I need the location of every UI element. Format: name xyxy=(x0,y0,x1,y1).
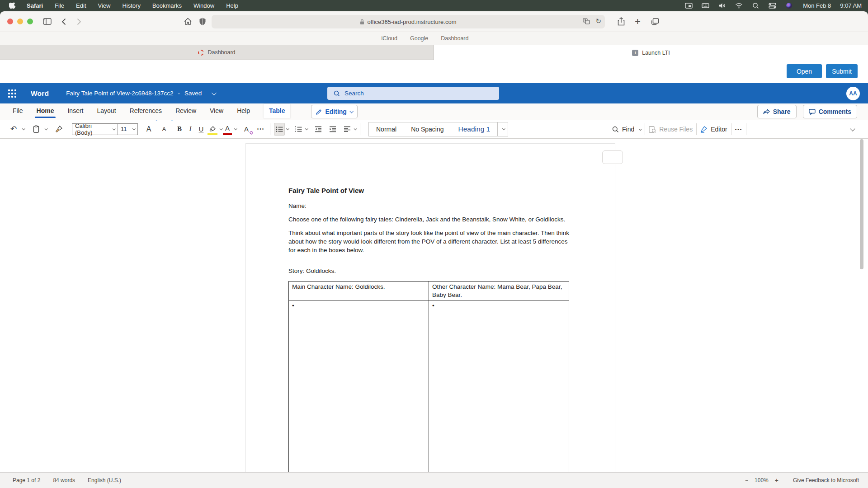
open-button[interactable]: Open xyxy=(787,64,822,78)
ribbon-tab-table[interactable]: Table xyxy=(264,104,291,118)
comments-button[interactable]: Comments xyxy=(803,105,857,118)
favorite-dashboard[interactable]: Dashboard xyxy=(441,35,468,42)
clear-formatting-button[interactable]: A xyxy=(241,123,252,136)
zoom-level[interactable]: 100% xyxy=(755,477,769,483)
page-count[interactable]: Page 1 of 2 xyxy=(13,477,40,483)
ribbon-tab-insert[interactable]: Insert xyxy=(67,106,83,117)
style-normal[interactable]: Normal xyxy=(369,126,404,133)
siri-icon[interactable] xyxy=(785,2,793,9)
back-button[interactable] xyxy=(61,18,66,25)
paste-dropdown-icon[interactable] xyxy=(45,127,48,130)
numbering-dropdown-icon[interactable] xyxy=(305,127,308,130)
word-count[interactable]: 84 words xyxy=(53,477,75,483)
menubar-clock[interactable]: 9:07 AM xyxy=(840,2,862,9)
bold-button[interactable]: B xyxy=(174,123,185,136)
ribbon-tab-references[interactable]: References xyxy=(130,106,162,117)
editor-button[interactable]: Editor xyxy=(700,126,727,133)
address-bar[interactable]: office365-iad-prod.instructure.com ↻ xyxy=(212,15,605,28)
new-tab-icon[interactable]: + xyxy=(635,16,641,28)
translate-icon[interactable] xyxy=(583,18,590,24)
ribbon-tab-help[interactable]: Help xyxy=(237,106,250,117)
ribbon-tab-home[interactable]: Home xyxy=(37,106,54,117)
alignment-button[interactable] xyxy=(342,123,353,136)
screen-mirroring-icon[interactable] xyxy=(685,2,693,9)
ribbon-tab-view[interactable]: View xyxy=(210,106,223,117)
paste-button[interactable] xyxy=(31,123,42,136)
share-icon[interactable] xyxy=(618,17,625,26)
app-launcher-icon[interactable] xyxy=(8,89,16,98)
menu-window[interactable]: Window xyxy=(193,2,214,9)
undo-dropdown-icon[interactable] xyxy=(22,127,25,130)
forward-button[interactable] xyxy=(77,18,81,25)
document-title-bar[interactable]: Fairy Tale Point of View-2c6948-137cc2 -… xyxy=(66,90,215,97)
close-window-button[interactable] xyxy=(7,19,13,24)
favorite-icloud[interactable]: iCloud xyxy=(382,35,397,42)
feedback-link[interactable]: Give Feedback to Microsoft xyxy=(793,477,859,483)
font-size-select[interactable]: 11 xyxy=(118,123,138,135)
menu-help[interactable]: Help xyxy=(226,2,238,9)
find-button[interactable]: Find xyxy=(612,126,641,133)
bullets-button[interactable] xyxy=(274,123,285,136)
submit-button[interactable]: Submit xyxy=(826,64,858,78)
table-cell-main-character[interactable]: • xyxy=(289,300,429,473)
style-no-spacing[interactable]: No Spacing xyxy=(404,126,451,133)
control-center-icon[interactable] xyxy=(769,2,776,9)
document-page[interactable]: Fairy Tale Point of View Name: _________… xyxy=(245,143,615,472)
vertical-scrollbar[interactable] xyxy=(860,139,863,269)
more-commands-button[interactable]: ••• xyxy=(735,127,743,132)
apple-logo-icon[interactable] xyxy=(9,2,16,9)
more-font-options-button[interactable]: ••• xyxy=(255,123,266,136)
decrease-indent-button[interactable] xyxy=(313,123,324,136)
table-header-other-character[interactable]: Other Character Name: Mama Bear, Papa Be… xyxy=(429,282,569,300)
table-header-main-character[interactable]: Main Character Name: Goldilocks. xyxy=(289,282,429,300)
style-heading-1[interactable]: Heading 1 xyxy=(451,125,498,133)
menu-safari[interactable]: Safari xyxy=(27,2,43,9)
zoom-window-button[interactable] xyxy=(27,19,33,24)
bullets-dropdown-icon[interactable] xyxy=(286,127,289,130)
zoom-out-button[interactable]: − xyxy=(745,477,748,483)
zoom-in-button[interactable]: + xyxy=(775,477,778,484)
browser-tab-launch-lti[interactable]: I Launch LTI xyxy=(434,45,868,60)
account-avatar[interactable]: AA xyxy=(846,87,860,100)
shrink-font-button[interactable]: A ˇ xyxy=(159,123,170,136)
browser-tab-dashboard[interactable]: Dashboard xyxy=(0,45,434,60)
spotlight-search-icon[interactable] xyxy=(752,2,760,9)
menu-history[interactable]: History xyxy=(122,2,140,9)
collapse-ribbon-icon[interactable] xyxy=(850,126,855,131)
ribbon-tab-review[interactable]: Review xyxy=(175,106,196,117)
font-color-button[interactable]: A xyxy=(222,123,233,136)
privacy-shield-icon[interactable] xyxy=(199,18,206,25)
editing-mode-button[interactable]: Editing xyxy=(311,105,357,118)
wifi-icon[interactable] xyxy=(735,2,743,9)
reload-icon[interactable]: ↻ xyxy=(595,17,601,25)
styles-dropdown-icon[interactable] xyxy=(497,122,508,136)
numbering-button[interactable] xyxy=(293,123,304,136)
minimize-window-button[interactable] xyxy=(17,19,23,24)
tab-overview-icon[interactable] xyxy=(651,18,659,25)
menu-file[interactable]: File xyxy=(55,2,64,9)
word-app-name[interactable]: Word xyxy=(31,89,49,98)
table-cell-other-character[interactable]: • xyxy=(429,300,569,473)
increase-indent-button[interactable] xyxy=(327,123,338,136)
ribbon-tab-file[interactable]: File xyxy=(13,106,23,117)
reuse-files-button[interactable]: Reuse Files xyxy=(649,126,693,133)
font-color-dropdown-icon[interactable] xyxy=(234,127,237,130)
undo-button[interactable]: ↶ xyxy=(8,123,19,136)
share-button[interactable]: Share xyxy=(757,105,797,118)
grow-font-button[interactable]: A ˆ xyxy=(143,123,154,136)
alignment-dropdown-icon[interactable] xyxy=(354,127,357,130)
language-indicator[interactable]: English (U.S.) xyxy=(88,477,121,483)
sidebar-toggle-icon[interactable] xyxy=(43,18,52,25)
keyboard-brightness-icon[interactable] xyxy=(702,2,709,9)
search-input[interactable]: Search xyxy=(327,87,499,100)
favorite-google[interactable]: Google xyxy=(410,35,428,42)
menu-bookmarks[interactable]: Bookmarks xyxy=(152,2,182,9)
font-name-select[interactable]: Calibri (Body) xyxy=(72,123,118,135)
underline-button[interactable]: U xyxy=(196,123,207,136)
margin-comment-button[interactable] xyxy=(602,150,623,164)
menu-view[interactable]: View xyxy=(98,2,111,9)
menu-edit[interactable]: Edit xyxy=(76,2,86,9)
format-painter-button[interactable] xyxy=(53,123,64,136)
highlight-button[interactable] xyxy=(207,123,218,136)
volume-icon[interactable] xyxy=(718,2,726,9)
